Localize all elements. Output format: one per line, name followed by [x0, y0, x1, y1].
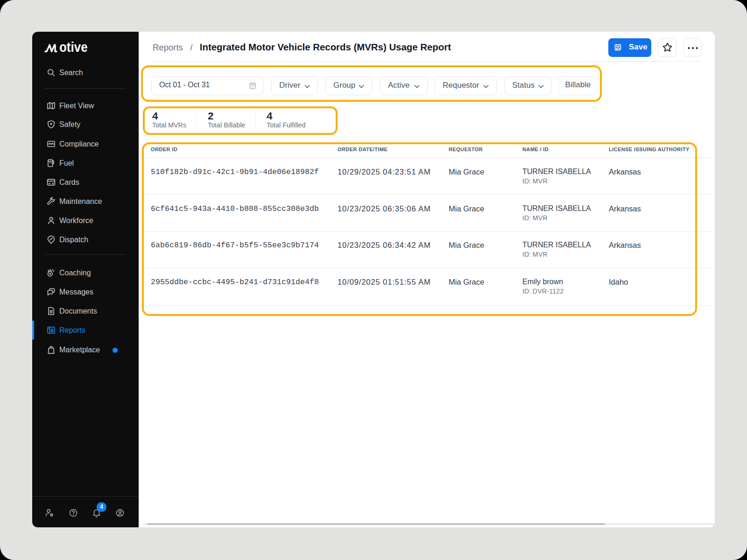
svg-text:otive: otive — [59, 41, 88, 53]
